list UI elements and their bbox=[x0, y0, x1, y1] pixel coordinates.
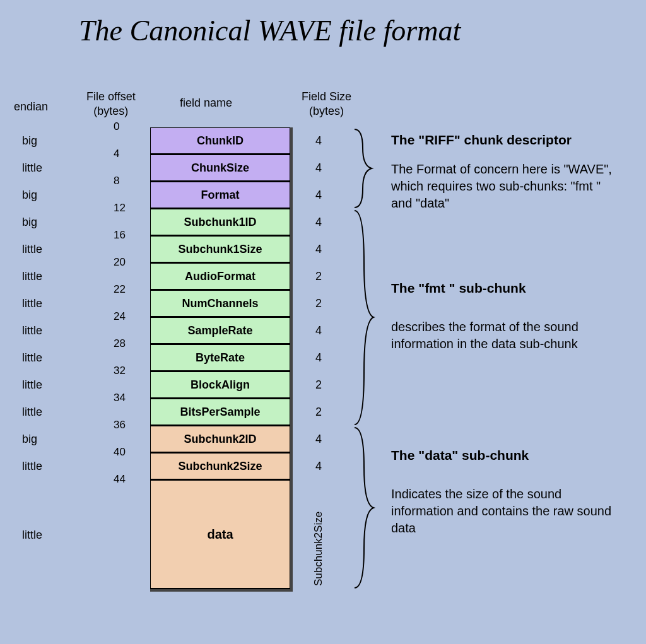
offset-label: 0 bbox=[114, 120, 139, 133]
section-desc-riff: The Format of concern here is "WAVE", wh… bbox=[391, 161, 625, 212]
field-format: Format bbox=[150, 182, 290, 209]
field-size: 4 bbox=[315, 351, 341, 365]
offset-label: 32 bbox=[114, 365, 139, 377]
endian-label: little bbox=[22, 406, 60, 419]
field-byterate: ByteRate bbox=[150, 344, 290, 372]
field-size: 4 bbox=[315, 460, 341, 473]
field-data: data bbox=[150, 480, 290, 589]
offset-label: 36 bbox=[114, 419, 139, 431]
endian-label: little bbox=[22, 297, 60, 310]
section-desc-fmt: describes the format of the sound inform… bbox=[391, 319, 625, 353]
endian-label: big bbox=[22, 189, 60, 202]
section-desc-data: Indicates the size of the sound informat… bbox=[391, 486, 625, 537]
field-size: 4 bbox=[315, 243, 341, 256]
brace-riff bbox=[351, 128, 377, 209]
field-size: 4 bbox=[315, 216, 341, 229]
endian-label: big bbox=[22, 216, 60, 229]
field-size-vertical: Subchunk2Size bbox=[312, 512, 325, 586]
offset-label: 34 bbox=[114, 392, 139, 404]
field-subchunk2size: Subchunk2Size bbox=[150, 453, 290, 480]
brace-data bbox=[351, 426, 377, 589]
field-size: 4 bbox=[315, 324, 341, 337]
field-samplerate: SampleRate bbox=[150, 317, 290, 344]
field-bitspersample: BitsPerSample bbox=[150, 399, 290, 426]
endian-label: big bbox=[22, 433, 60, 446]
offset-label: 20 bbox=[114, 256, 139, 269]
field-chunkid: ChunkID bbox=[150, 127, 290, 155]
offset-label: 40 bbox=[114, 446, 139, 459]
field-blockalign: BlockAlign bbox=[150, 372, 290, 399]
field-size: 2 bbox=[315, 378, 341, 392]
field-chunksize: ChunkSize bbox=[150, 155, 290, 182]
field-subchunk1id: Subchunk1ID bbox=[150, 209, 290, 236]
header-fieldname: field name bbox=[180, 96, 232, 110]
offset-label: 22 bbox=[114, 283, 139, 296]
offset-label: 8 bbox=[114, 175, 139, 187]
brace-fmt bbox=[351, 209, 377, 426]
section-title-fmt: The "fmt " sub-chunk bbox=[391, 281, 526, 296]
endian-label: little bbox=[22, 460, 60, 473]
endian-label: little bbox=[22, 351, 60, 365]
field-size: 2 bbox=[315, 406, 341, 419]
section-title-riff: The "RIFF" chunk descriptor bbox=[391, 132, 572, 148]
endian-label: big bbox=[22, 134, 60, 148]
field-size: 2 bbox=[315, 297, 341, 310]
offset-label: 4 bbox=[114, 148, 139, 160]
wave-format-diagram: ChunkIDChunkSizeFormatSubchunk1IDSubchun… bbox=[150, 127, 293, 592]
field-size: 4 bbox=[315, 134, 341, 148]
offset-label: 24 bbox=[114, 310, 139, 323]
header-endian: endian bbox=[14, 100, 48, 114]
field-size: 2 bbox=[315, 270, 341, 283]
offset-label: 44 bbox=[114, 473, 139, 486]
section-title-data: The "data" sub-chunk bbox=[391, 448, 529, 463]
field-size: 4 bbox=[315, 189, 341, 202]
endian-label: little bbox=[22, 324, 60, 337]
page-title: The Canonical WAVE file format bbox=[79, 14, 461, 47]
field-subchunk1size: Subchunk1Size bbox=[150, 236, 290, 263]
field-audioformat: AudioFormat bbox=[150, 263, 290, 290]
offset-label: 28 bbox=[114, 337, 139, 350]
header-offset: File offset (bytes) bbox=[86, 90, 136, 118]
field-size: 4 bbox=[315, 161, 341, 175]
offset-label: 16 bbox=[114, 229, 139, 242]
endian-label: little bbox=[22, 529, 60, 542]
header-fieldsize: Field Size (bytes) bbox=[302, 90, 351, 118]
endian-label: little bbox=[22, 161, 60, 175]
endian-label: little bbox=[22, 270, 60, 283]
offset-label: 12 bbox=[114, 202, 139, 214]
endian-label: little bbox=[22, 378, 60, 392]
field-size: 4 bbox=[315, 433, 341, 446]
endian-label: little bbox=[22, 243, 60, 256]
field-numchannels: NumChannels bbox=[150, 290, 290, 317]
field-subchunk2id: Subchunk2ID bbox=[150, 426, 290, 453]
